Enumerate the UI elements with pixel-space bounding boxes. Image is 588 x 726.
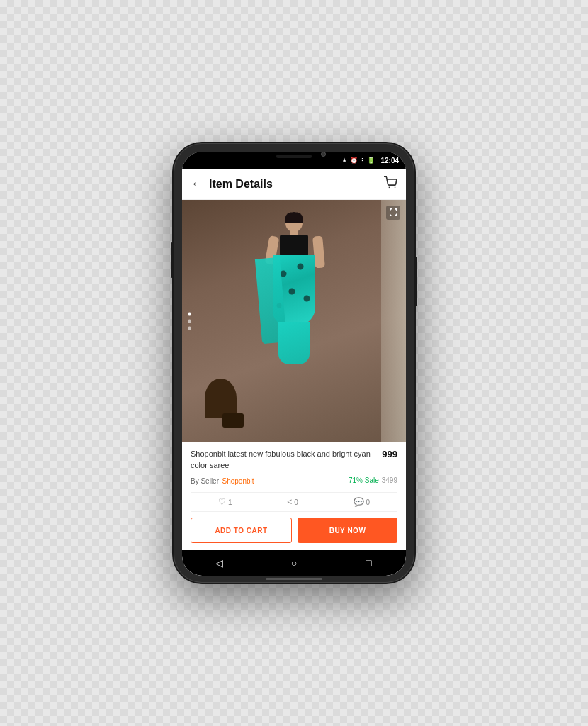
product-image-container [182,200,406,442]
phone-speaker [276,155,312,158]
phone-device: ★ ⏰ ⫶ 🔋 12:04 ← Item Details [174,143,414,583]
svg-point-1 [395,187,396,189]
alarm-icon: ⏰ [350,157,358,164]
page-title: Item Details [209,178,383,191]
nav-home-button[interactable]: ○ [283,552,305,574]
whatsapp-item[interactable]: 💬 0 [354,497,371,507]
share-icon: < [287,497,292,507]
signal-icon: ⫶ [361,157,364,164]
heart-icon: ♡ [218,497,226,507]
likes-count: 1 [228,498,232,506]
product-title-row: Shoponbit latest new fabulous black and … [191,449,397,471]
product-image [182,200,406,442]
status-time: 12:04 [380,157,399,164]
shares-count: 0 [294,498,298,506]
shares-item[interactable]: < 0 [287,497,298,507]
phone-camera [321,152,326,157]
battery-icon: 🔋 [367,157,375,164]
phone-screen: ★ ⏰ ⫶ 🔋 12:04 ← Item Details [182,152,406,576]
seller-row: By Seller Shoponbit 71% Sale 3499 [191,474,397,486]
likes-item[interactable]: ♡ 1 [218,497,232,507]
product-title: Shoponbit latest new fabulous black and … [191,449,378,471]
dot-3 [188,326,191,330]
seller-info: By Seller Shoponbit [191,474,254,486]
sale-info: 71% Sale 3499 [349,476,397,484]
sale-percent: 71% Sale [349,476,379,484]
original-price: 3499 [382,476,397,484]
buy-now-button[interactable]: BUY NOW [298,518,397,543]
svg-point-0 [389,187,390,189]
dot-1 [188,312,191,315]
nav-bar: ◁ ○ □ [182,550,406,576]
social-row: ♡ 1 < 0 💬 0 [191,492,397,512]
expand-icon[interactable] [386,206,400,220]
add-to-cart-button[interactable]: ADD TO CART [191,518,292,543]
cart-icon[interactable] [383,176,397,192]
image-dots [188,312,191,330]
whatsapp-count: 0 [366,498,371,506]
nav-back-button[interactable]: ◁ [209,552,230,574]
seller-label: By Seller [191,477,219,485]
back-button[interactable]: ← [191,177,203,191]
whatsapp-icon: 💬 [354,497,364,507]
bottom-bar [266,578,322,580]
product-info: Shoponbit latest new fabulous black and … [182,442,406,550]
dot-2 [188,319,191,323]
action-buttons: ADD TO CART BUY NOW [191,518,397,547]
app-header: ← Item Details [182,169,406,200]
bluetooth-icon: ★ [341,157,347,164]
status-icons: ★ ⏰ ⫶ 🔋 12:04 [341,157,399,164]
product-price: 999 [382,449,397,459]
nav-recent-button[interactable]: □ [358,552,379,574]
seller-name[interactable]: Shoponbit [222,477,254,485]
